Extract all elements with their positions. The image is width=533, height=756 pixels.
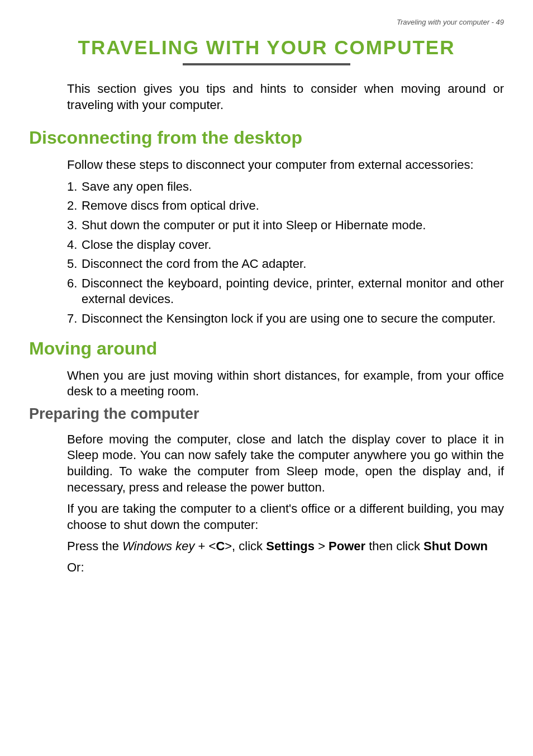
list-item: 3. Shut down the computer or put it into… <box>67 218 504 234</box>
preparing-paragraph-1: Before moving the computer, close and la… <box>67 432 504 495</box>
list-text: Disconnect the cord from the AC adapter. <box>82 256 504 272</box>
section1-intro: Follow these steps to disconnect your co… <box>67 157 504 173</box>
power-label: Power <box>329 539 365 553</box>
list-item: 5. Disconnect the cord from the AC adapt… <box>67 256 504 272</box>
list-item: 2. Remove discs from optical drive. <box>67 198 504 214</box>
list-number: 4. <box>67 237 82 253</box>
page-header: Traveling with your computer - 49 <box>29 18 504 26</box>
list-text: Save any open files. <box>82 179 504 195</box>
list-item: 1. Save any open files. <box>67 179 504 195</box>
section-heading-disconnecting: Disconnecting from the desktop <box>29 127 504 148</box>
list-item: 7. Disconnect the Kensington lock if you… <box>67 311 504 327</box>
list-number: 6. <box>67 276 82 308</box>
or-text: Or: <box>67 560 504 575</box>
text-gt: >, click <box>225 539 266 553</box>
list-number: 5. <box>67 256 82 272</box>
list-text: Shut down the computer or put it into Sl… <box>82 218 504 234</box>
list-text: Close the display cover. <box>82 237 504 253</box>
main-title: TRAVELING WITH YOUR COMPUTER <box>29 36 504 59</box>
text-gt2: > <box>315 539 329 553</box>
section-heading-moving: Moving around <box>29 338 504 359</box>
preparing-paragraph-2: If you are taking the computer to a clie… <box>67 501 504 533</box>
section2-intro: When you are just moving within short di… <box>67 368 504 400</box>
intro-paragraph: This section gives you tips and hints to… <box>67 81 504 113</box>
disconnect-steps-list: 1. Save any open files. 2. Remove discs … <box>67 179 504 327</box>
subsection-heading-preparing: Preparing the computer <box>29 405 504 423</box>
list-number: 3. <box>67 218 82 234</box>
title-underline <box>183 63 350 65</box>
list-number: 1. <box>67 179 82 195</box>
shortcut-instruction: Press the Windows key + <C>, click Setti… <box>67 538 504 555</box>
settings-label: Settings <box>266 539 315 553</box>
list-text: Disconnect the Kensington lock if you ar… <box>82 311 504 327</box>
list-text: Disconnect the keyboard, pointing device… <box>82 276 504 308</box>
text-then: then click <box>365 539 423 553</box>
shutdown-label: Shut Down <box>423 539 488 553</box>
text-prefix: Press the <box>67 539 122 553</box>
list-item: 4. Close the display cover. <box>67 237 504 253</box>
windows-key-label: Windows key <box>122 539 194 553</box>
list-number: 2. <box>67 198 82 214</box>
key-c: C <box>216 539 225 553</box>
list-item: 6. Disconnect the keyboard, pointing dev… <box>67 276 504 308</box>
text-plus: + < <box>194 539 216 553</box>
list-text: Remove discs from optical drive. <box>82 198 504 214</box>
list-number: 7. <box>67 311 82 327</box>
